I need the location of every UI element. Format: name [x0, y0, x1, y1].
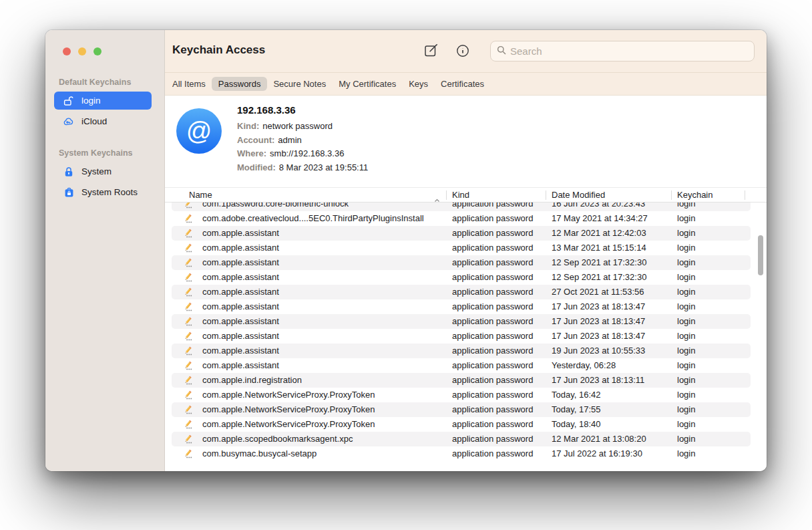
cell-name: com.adobe.creativecloud....5EC0.ThirdPar…	[202, 213, 424, 223]
sidebar-item-label: System	[81, 166, 112, 176]
sidebar-item-login[interactable]: login	[54, 92, 152, 110]
table-row[interactable]: com.apple.NetworkServiceProxy.ProxyToken…	[165, 402, 767, 417]
table-row[interactable]: com.1password.core-biometric-unlock appl…	[165, 203, 767, 211]
table-row[interactable]: com.adobe.creativecloud....5EC0.ThirdPar…	[165, 211, 767, 226]
minimize-button[interactable]	[78, 47, 86, 55]
cell-name: com.apple.assistant	[202, 316, 279, 326]
application-password-pencil-icon	[182, 419, 194, 432]
cell-kind: application password	[452, 287, 533, 297]
table-body: com.1password.core-biometric-unlock appl…	[165, 203, 767, 471]
cell-date-modified: Today, 16:42	[552, 390, 600, 400]
cell-keychain: login	[677, 404, 695, 414]
table-row[interactable]: com.busymac.busycal-setapp application p…	[165, 446, 767, 461]
table-row[interactable]: com.apple.ind.registration application p…	[165, 373, 767, 388]
column-header-keychain[interactable]: Keychain	[677, 190, 713, 200]
column-header-name[interactable]: Name	[189, 190, 212, 200]
cell-keychain: login	[677, 203, 695, 209]
lockbox-icon	[63, 187, 75, 198]
keychain-access-window: Default Keychains login	[45, 30, 767, 471]
sidebar-item-system[interactable]: System	[54, 162, 152, 180]
tab-all-items[interactable]: All Items	[172, 79, 206, 89]
new-item-button[interactable]	[424, 43, 439, 60]
cell-date-modified: 19 Jun 2023 at 10:55:33	[552, 346, 645, 356]
cell-keychain: login	[677, 243, 695, 253]
sidebar-item-label: login	[81, 96, 101, 106]
application-password-pencil-icon	[182, 390, 194, 402]
cell-date-modified: 17 May 2021 at 14:34:27	[552, 213, 648, 223]
column-divider[interactable]	[546, 190, 546, 200]
cell-name: com.apple.assistant	[202, 346, 279, 356]
cell-date-modified: Today, 18:40	[552, 419, 600, 429]
cloud-key-icon	[63, 117, 75, 126]
cell-kind: application password	[452, 272, 533, 282]
application-password-pencil-icon	[182, 272, 194, 285]
vertical-scrollbar-thumb[interactable]	[758, 235, 763, 275]
application-password-pencil-icon	[182, 301, 194, 314]
cell-date-modified: Today, 17:55	[552, 404, 600, 414]
table-row[interactable]: com.apple.assistant application password…	[165, 344, 767, 358]
cell-date-modified: 17 Jun 2023 at 18:13:11	[552, 375, 644, 385]
tab-my-certificates[interactable]: My Certificates	[339, 79, 396, 89]
item-title: 192.168.3.36	[237, 104, 368, 116]
cell-kind: application password	[452, 316, 533, 326]
cell-keychain: login	[677, 301, 695, 311]
cell-keychain: login	[677, 360, 695, 370]
sidebar-item-icloud[interactable]: iCloud	[54, 112, 152, 130]
close-button[interactable]	[63, 47, 71, 55]
cell-name: com.apple.assistant	[202, 331, 279, 341]
cell-name: com.apple.ind.registration	[202, 375, 302, 385]
tab-keys[interactable]: Keys	[409, 79, 428, 89]
cell-keychain: login	[677, 346, 695, 356]
table-row[interactable]: com.apple.assistant application password…	[165, 329, 767, 344]
search-input[interactable]	[510, 45, 754, 57]
application-password-pencil-icon	[182, 448, 194, 461]
cell-kind: application password	[452, 301, 533, 311]
cell-keychain: login	[677, 375, 695, 385]
search-field	[490, 41, 755, 61]
detail-field-account: Account:admin	[237, 134, 368, 148]
cell-date-modified: 12 Mar 2021 at 12:42:03	[552, 228, 646, 238]
table-row[interactable]: com.apple.NetworkServiceProxy.ProxyToken…	[165, 388, 767, 402]
application-password-pencil-icon	[182, 375, 194, 388]
column-divider[interactable]	[745, 190, 745, 200]
at-symbol-icon: @	[176, 108, 222, 154]
tab-certificates[interactable]: Certificates	[441, 79, 484, 89]
cell-name: com.1password.core-biometric-unlock	[202, 203, 349, 209]
app-title: Keychain Access	[172, 43, 265, 57]
application-password-pencil-icon	[182, 203, 194, 211]
column-divider[interactable]	[671, 190, 672, 200]
tab-secure-notes[interactable]: Secure Notes	[273, 79, 326, 89]
cell-keychain: login	[677, 331, 695, 341]
column-header-date-modified[interactable]: Date Modified	[552, 190, 605, 200]
cell-kind: application password	[452, 331, 533, 341]
zoom-button[interactable]	[93, 47, 102, 55]
sidebar-item-system-roots[interactable]: System Roots	[54, 183, 152, 201]
info-button[interactable]	[455, 43, 470, 60]
table-row[interactable]: com.apple.NetworkServiceProxy.ProxyToken…	[165, 417, 767, 432]
cell-name: com.apple.NetworkServiceProxy.ProxyToken	[202, 404, 375, 414]
cell-date-modified: 27 Oct 2021 at 11:53:56	[552, 287, 644, 297]
cell-date-modified: Yesterday, 06:28	[552, 360, 616, 370]
table-row[interactable]: com.apple.assistant application password…	[165, 270, 767, 285]
application-password-pencil-icon	[182, 316, 194, 329]
table-row[interactable]: com.apple.assistant application password…	[165, 299, 767, 314]
column-header-kind[interactable]: Kind	[452, 190, 469, 200]
table-row[interactable]: com.apple.assistant application password…	[165, 255, 767, 270]
table-row[interactable]: com.apple.assistant application password…	[165, 285, 767, 299]
application-password-pencil-icon	[182, 434, 194, 446]
table-row[interactable]: com.apple.assistant application password…	[165, 358, 767, 373]
table-row[interactable]: com.apple.assistant application password…	[165, 241, 767, 255]
unlocked-padlock-icon	[63, 96, 75, 106]
table-row[interactable]: com.apple.scopedbookmarksagent.xpc appli…	[165, 432, 767, 446]
info-icon	[455, 50, 470, 60]
column-divider[interactable]	[446, 190, 447, 200]
application-password-pencil-icon	[182, 213, 194, 226]
table-row[interactable]: com.apple.assistant application password…	[165, 314, 767, 329]
cell-name: com.apple.assistant	[202, 228, 279, 238]
cell-kind: application password	[452, 346, 533, 356]
item-detail-pane: @ 192.168.3.36 Kind:network password Acc…	[165, 96, 767, 187]
table-row[interactable]: com.apple.assistant application password…	[165, 226, 767, 241]
cell-name: com.apple.assistant	[202, 272, 279, 282]
cell-name: com.apple.assistant	[202, 360, 279, 370]
tab-passwords[interactable]: Passwords	[212, 77, 268, 91]
